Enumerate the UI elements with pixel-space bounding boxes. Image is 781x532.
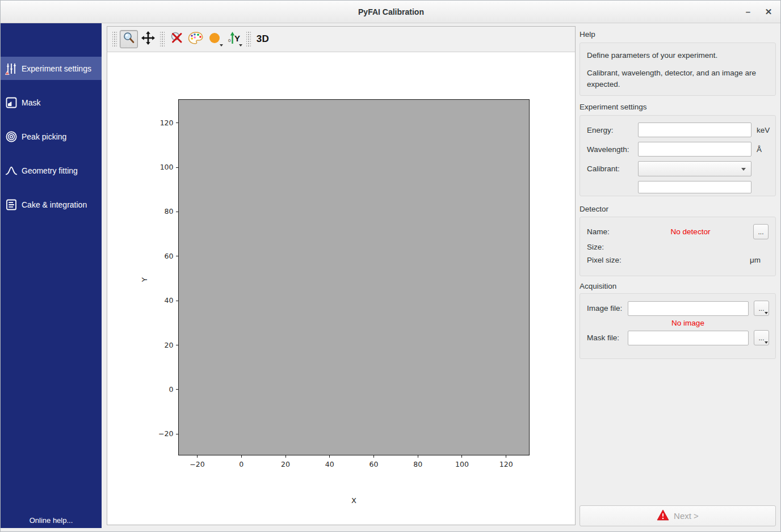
detector-size-label: Size:	[587, 243, 638, 251]
plot-canvas: X Y −20020406080100120120100806040200−20	[107, 27, 576, 526]
peak-curve-icon	[5, 164, 18, 177]
detector-box: Name: No detector ... Size: Pixel size: …	[580, 217, 776, 276]
mask-file-field[interactable]	[628, 331, 749, 345]
detector-browse-button[interactable]: ...	[753, 224, 769, 239]
sidebar-item-peak-picking[interactable]: Peak picking	[1, 125, 102, 148]
sidebar-item-label: Mask	[22, 98, 40, 107]
image-browse-button[interactable]: ...	[754, 301, 769, 316]
wavelength-unit: Å	[757, 145, 762, 154]
help-paragraph: Define parameters of your experiment.	[587, 50, 769, 61]
detector-section-title: Detector	[580, 205, 608, 213]
y-tick-mark	[176, 212, 178, 212]
image-file-label: Image file:	[587, 304, 628, 313]
dropdown-caret-icon	[765, 312, 768, 314]
help-box: Define parameters of your experiment. Ca…	[580, 43, 776, 96]
y-tick-label: 120	[149, 119, 174, 127]
wavelength-label: Wavelength:	[587, 145, 638, 154]
target-icon	[5, 130, 18, 143]
x-tick-mark	[285, 455, 286, 458]
y-tick-label: 60	[149, 252, 174, 260]
sidebar-item-label: Geometry fitting	[22, 166, 78, 175]
sidebar-item-label: Peak picking	[22, 132, 66, 141]
mask-icon	[5, 96, 18, 109]
x-axis-label: X	[178, 496, 530, 505]
detector-name-value: No detector	[628, 227, 753, 236]
sidebar-item-label: Cake & integration	[22, 200, 87, 209]
calibrant-label: Calibrant:	[587, 164, 638, 173]
browse-ellipsis: ...	[758, 334, 764, 342]
sidebar: Experiment settingsMaskPeak pickingGeome…	[1, 23, 102, 528]
x-tick-label: 40	[316, 460, 343, 468]
help-section-title: Help	[580, 30, 595, 39]
x-tick-label: 80	[404, 460, 431, 468]
sidebar-item-mask[interactable]: Mask	[1, 91, 102, 114]
y-tick-mark	[176, 345, 178, 345]
sidebar-item-geometry-fitting[interactable]: Geometry fitting	[1, 159, 102, 182]
x-tick-mark	[241, 455, 242, 458]
sidebar-item-experiment-settings[interactable]: Experiment settings	[1, 57, 102, 80]
y-tick-label: 0	[149, 385, 174, 394]
pixel-size-label: Pixel size:	[587, 256, 638, 264]
energy-unit: keV	[757, 126, 770, 134]
detector-name-label: Name:	[587, 227, 628, 236]
x-tick-mark	[418, 455, 418, 458]
pixel-size-unit: μm	[638, 256, 769, 264]
mask-browse-button[interactable]: ...	[754, 330, 769, 345]
y-tick-mark	[176, 167, 178, 168]
app-window: PyFAI Calibration – ✕ Experiment setting…	[0, 0, 781, 532]
image-file-field[interactable]	[628, 301, 749, 316]
plot-panel: 0Y 3D X Y −20020406080100120120100806040…	[107, 26, 576, 525]
online-help-button[interactable]: Online help...	[1, 516, 102, 525]
browse-ellipsis: ...	[758, 305, 764, 313]
y-tick-mark	[176, 434, 178, 434]
dropdown-caret-icon	[765, 341, 768, 344]
x-tick-mark	[461, 455, 462, 458]
experiment-settings-title: Experiment settings	[580, 103, 647, 111]
minimize-button[interactable]: –	[741, 5, 755, 19]
plot-image-area[interactable]	[178, 99, 530, 455]
chevron-down-icon	[741, 168, 746, 171]
no-image-status: No image	[628, 319, 769, 327]
y-tick-mark	[176, 389, 178, 390]
x-tick-label: −20	[184, 460, 211, 468]
x-tick-label: 0	[228, 460, 255, 468]
x-tick-mark	[373, 455, 374, 458]
sidebar-item-label: Experiment settings	[22, 64, 91, 73]
wavelength-field[interactable]	[638, 142, 751, 157]
acquisition-section-title: Acquisition	[580, 282, 616, 290]
document-icon	[5, 199, 18, 211]
y-tick-mark	[176, 256, 178, 256]
y-tick-mark	[176, 301, 178, 301]
titlebar: PyFAI Calibration – ✕	[1, 1, 781, 23]
y-tick-label: 100	[149, 163, 174, 171]
sliders-warning-icon	[5, 62, 18, 75]
window-title: PyFAI Calibration	[1, 7, 781, 16]
acquisition-box: Image file: ... No image Mask file: ...	[580, 293, 776, 359]
x-tick-label: 100	[448, 460, 476, 468]
x-tick-label: 20	[272, 460, 299, 468]
energy-field[interactable]	[638, 123, 751, 137]
x-tick-label: 120	[493, 460, 520, 468]
y-tick-label: 80	[149, 207, 174, 216]
warning-icon	[657, 509, 669, 522]
y-tick-mark	[176, 123, 178, 123]
next-button[interactable]: Next >	[580, 505, 776, 526]
sidebar-item-cake-integration[interactable]: Cake & integration	[1, 193, 102, 216]
y-tick-label: 40	[149, 296, 174, 305]
calibrant-filter-field[interactable]	[638, 181, 751, 193]
y-axis-label: Y	[140, 273, 149, 282]
x-tick-mark	[329, 455, 330, 458]
next-button-label: Next >	[674, 511, 699, 521]
energy-label: Energy:	[587, 126, 638, 134]
close-button[interactable]: ✕	[761, 5, 776, 19]
y-tick-label: −20	[149, 429, 174, 438]
x-tick-label: 60	[360, 460, 387, 468]
help-paragraph: Calibrant, wavelength, detector, and an …	[587, 67, 769, 90]
experiment-settings-box: Energy: keV Wavelength: Å Calibrant:	[580, 115, 776, 196]
mask-file-label: Mask file:	[587, 333, 628, 342]
x-tick-mark	[197, 455, 198, 458]
x-tick-mark	[506, 455, 506, 458]
y-tick-label: 20	[149, 341, 174, 349]
calibrant-select[interactable]	[638, 161, 751, 176]
